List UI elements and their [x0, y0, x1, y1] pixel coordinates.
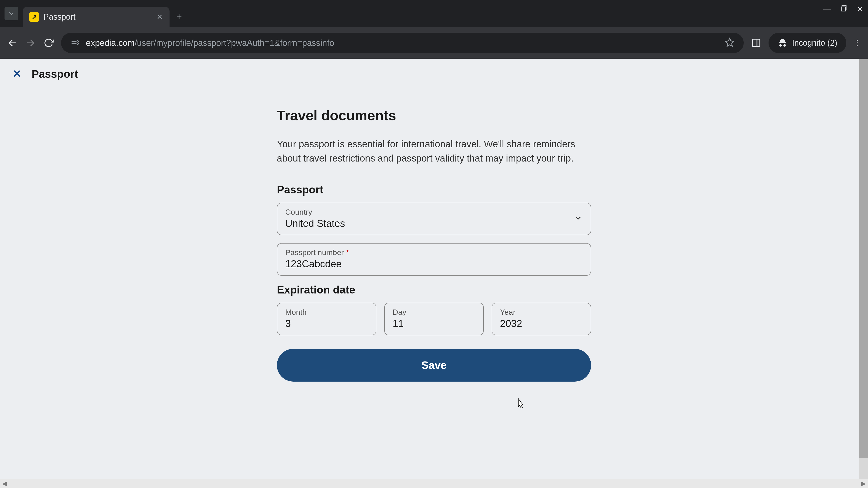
close-icon[interactable] [11, 68, 23, 80]
browser-tab-strip: ↗ Passport ✕ + — ✕ [0, 0, 868, 27]
incognito-label: Incognito (2) [792, 38, 837, 48]
country-label: Country [285, 207, 574, 217]
passport-number-input[interactable] [285, 258, 583, 269]
side-panel-icon[interactable] [750, 37, 762, 48]
scroll-right-arrow[interactable]: ▶ [861, 480, 866, 487]
expiration-section-heading: Expiration date [277, 284, 591, 296]
description-text: Your passport is essential for internati… [277, 137, 591, 165]
day-field[interactable]: Day [384, 303, 484, 335]
browser-tab[interactable]: ↗ Passport ✕ [23, 7, 169, 27]
expiration-date-row: Month Day Year [277, 303, 591, 335]
browser-toolbar: expedia.com/user/myprofile/passport?pwaA… [0, 27, 868, 59]
day-input[interactable] [393, 318, 475, 329]
save-button[interactable]: Save [277, 349, 591, 382]
bookmark-star-icon[interactable] [725, 37, 735, 48]
site-info-icon[interactable] [70, 38, 79, 47]
horizontal-scrollbar[interactable]: ◀ ▶ [0, 479, 868, 488]
country-select[interactable]: Country United States [277, 203, 591, 235]
forward-button[interactable] [25, 37, 36, 48]
incognito-badge[interactable]: Incognito (2) [769, 33, 846, 53]
svg-point-7 [77, 43, 79, 44]
year-label: Year [500, 308, 583, 317]
page-content: Passport Travel documents Your passport … [0, 59, 868, 488]
form-content: Travel documents Your passport is essent… [272, 107, 596, 382]
svg-marker-8 [725, 38, 734, 46]
minimize-icon[interactable]: — [823, 4, 831, 14]
month-label: Month [285, 308, 368, 317]
maximize-icon[interactable] [840, 4, 848, 14]
month-field[interactable]: Month [277, 303, 376, 335]
reload-button[interactable] [43, 37, 54, 48]
vertical-scrollbar-thumb[interactable] [859, 59, 868, 458]
tab-title: Passport [43, 12, 152, 22]
vertical-scrollbar[interactable] [859, 59, 868, 479]
expedia-favicon: ↗ [29, 12, 39, 22]
url-text: expedia.com/user/myprofile/passport?pwaA… [86, 38, 718, 48]
page-title: Passport [32, 68, 78, 80]
close-tab-icon[interactable]: ✕ [157, 13, 163, 21]
passport-section-heading: Passport [277, 184, 591, 196]
month-input[interactable] [285, 318, 368, 329]
incognito-icon [778, 38, 787, 48]
passport-number-label: Passport number * [285, 248, 583, 257]
back-button[interactable] [7, 37, 18, 48]
window-controls: — ✕ [823, 4, 864, 14]
year-input[interactable] [500, 318, 583, 329]
main-heading: Travel documents [277, 107, 591, 123]
close-window-icon[interactable]: ✕ [857, 4, 864, 14]
passport-number-field[interactable]: Passport number * [277, 243, 591, 275]
page-header: Passport [0, 59, 868, 89]
year-field[interactable]: Year [492, 303, 591, 335]
address-bar[interactable]: expedia.com/user/myprofile/passport?pwaA… [61, 33, 744, 53]
svg-point-6 [77, 41, 79, 42]
new-tab-button[interactable]: + [176, 11, 182, 22]
svg-rect-1 [841, 7, 846, 11]
day-label: Day [393, 308, 475, 317]
mouse-cursor-icon [515, 398, 525, 410]
tab-search-button[interactable] [4, 7, 18, 20]
scroll-left-arrow[interactable]: ◀ [2, 480, 7, 487]
country-value: United States [285, 218, 574, 229]
svg-rect-9 [752, 39, 760, 47]
chevron-down-icon [574, 214, 583, 223]
browser-menu-icon[interactable]: ⋮ [853, 38, 861, 48]
